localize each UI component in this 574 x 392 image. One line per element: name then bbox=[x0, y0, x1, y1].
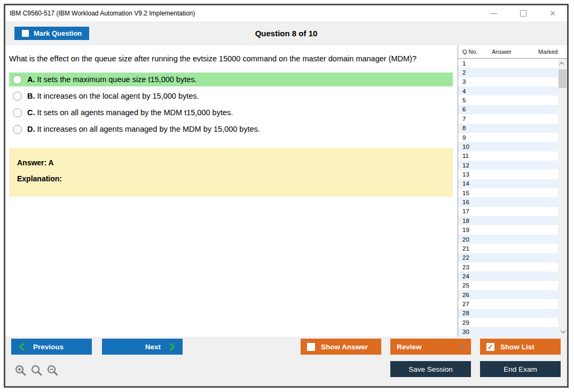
answer-option-b[interactable]: B. It increases on the local agent by 15… bbox=[9, 89, 453, 103]
show-answer-checkbox[interactable] bbox=[307, 343, 315, 351]
footer-bar: Previous Next Show bbox=[5, 337, 567, 386]
question-counter: Question 8 of 10 bbox=[5, 29, 567, 38]
minimize-icon[interactable] bbox=[488, 7, 500, 19]
option-label: C. It sets on all agents managed by the … bbox=[27, 108, 233, 117]
column-qno: Q No. bbox=[458, 49, 487, 55]
option-label: B. It increases on the local agent by 15… bbox=[27, 92, 199, 100]
question-list-row[interactable]: 3 bbox=[458, 77, 558, 86]
dropdown-up-icon bbox=[460, 345, 465, 348]
question-list-row[interactable]: 28 bbox=[458, 309, 558, 318]
review-button[interactable]: Review bbox=[390, 339, 471, 355]
question-list-row[interactable]: 6 bbox=[458, 105, 558, 114]
question-list-row[interactable]: 10 bbox=[458, 142, 558, 151]
show-list-checkbox[interactable]: ✓ bbox=[486, 343, 494, 351]
answer-option-d[interactable]: D. It increases on all agents managed by… bbox=[9, 122, 453, 136]
chevron-left-icon bbox=[19, 342, 28, 351]
radio-icon[interactable] bbox=[13, 92, 22, 101]
question-list-row[interactable]: 23 bbox=[458, 262, 558, 271]
toolbar: Mark Question Question 8 of 10 bbox=[5, 21, 567, 45]
question-list-row[interactable]: 20 bbox=[458, 235, 558, 244]
title-bar: IBM C9560-517 (IBM Workload Automation V… bbox=[5, 5, 567, 21]
question-list-row[interactable]: 30 bbox=[458, 327, 558, 336]
show-answer-button[interactable]: Show Answer bbox=[301, 339, 381, 355]
explanation-label: Explanation: bbox=[17, 174, 453, 183]
zoom-normal-icon[interactable] bbox=[30, 364, 43, 377]
question-text: What is the effect on the queue size aft… bbox=[9, 54, 453, 63]
check-icon: ✓ bbox=[487, 343, 493, 350]
question-list-row[interactable]: 11 bbox=[458, 151, 558, 161]
review-label: Review bbox=[397, 343, 422, 351]
window-title: IBM C9560-517 (IBM Workload Automation V… bbox=[10, 10, 195, 17]
question-list-row[interactable]: 29 bbox=[458, 318, 558, 327]
question-list-row[interactable]: 19 bbox=[458, 225, 558, 234]
exam-window: IBM C9560-517 (IBM Workload Automation V… bbox=[4, 4, 569, 388]
question-list-row[interactable]: 26 bbox=[458, 290, 558, 299]
question-list-row[interactable]: 21 bbox=[458, 244, 558, 253]
scroll-down-icon[interactable] bbox=[558, 327, 567, 335]
question-list-header: Q No. Answer Marked bbox=[458, 45, 567, 59]
answer-label: Answer: A bbox=[17, 158, 453, 167]
mark-question-checkbox[interactable] bbox=[22, 30, 29, 37]
mark-question-button[interactable]: Mark Question bbox=[14, 27, 89, 40]
question-list-row[interactable]: 1 bbox=[458, 59, 558, 68]
question-list-row[interactable]: 13 bbox=[458, 170, 558, 179]
zoom-out-icon[interactable] bbox=[46, 364, 59, 377]
question-list-row[interactable]: 2 bbox=[458, 68, 558, 77]
scrollbar[interactable] bbox=[558, 59, 567, 337]
question-list-row[interactable]: 7 bbox=[458, 114, 558, 123]
show-answer-label: Show Answer bbox=[321, 343, 368, 351]
question-list-row[interactable]: 16 bbox=[458, 197, 558, 206]
next-button[interactable]: Next bbox=[102, 339, 183, 355]
close-icon[interactable]: × bbox=[547, 7, 559, 19]
options: A. It sets the maximum queue size t15,00… bbox=[9, 73, 453, 136]
end-exam-button[interactable]: End Exam bbox=[480, 361, 561, 377]
question-list-row[interactable]: 15 bbox=[458, 188, 558, 197]
radio-icon[interactable] bbox=[13, 125, 22, 134]
question-list-row[interactable]: 12 bbox=[458, 161, 558, 170]
question-list-row[interactable]: 14 bbox=[458, 179, 558, 188]
scrollbar-thumb[interactable] bbox=[559, 69, 567, 88]
save-session-label: Save Session bbox=[408, 365, 453, 373]
option-label: D. It increases on all agents managed by… bbox=[27, 125, 260, 133]
save-session-button[interactable]: Save Session bbox=[390, 361, 471, 377]
answer-panel: Answer: A Explanation: bbox=[9, 148, 453, 197]
option-label: A. It sets the maximum queue size t15,00… bbox=[27, 75, 197, 84]
maximize-icon[interactable] bbox=[517, 7, 529, 19]
zoom-controls bbox=[14, 364, 59, 377]
column-answer: Answer bbox=[487, 49, 528, 55]
radio-icon[interactable] bbox=[13, 108, 22, 117]
question-list-body: 1234567891011121314151617181920212223242… bbox=[458, 59, 567, 337]
question-list-row[interactable]: 8 bbox=[458, 124, 558, 133]
question-list-row[interactable]: 5 bbox=[458, 95, 558, 105]
show-list-button[interactable]: ✓ Show List bbox=[480, 339, 561, 355]
question-list-row[interactable]: 18 bbox=[458, 216, 558, 225]
question-list-row[interactable]: 25 bbox=[458, 281, 558, 290]
chevron-right-icon bbox=[167, 342, 175, 351]
show-list-label: Show List bbox=[500, 343, 534, 351]
question-list-row[interactable]: 17 bbox=[458, 207, 558, 216]
radio-icon[interactable] bbox=[13, 75, 22, 84]
previous-button[interactable]: Previous bbox=[11, 339, 92, 355]
question-list-row[interactable]: 22 bbox=[458, 253, 558, 262]
answer-option-c[interactable]: C. It sets on all agents managed by the … bbox=[9, 106, 453, 119]
window-controls: × bbox=[488, 7, 559, 19]
question-list-row[interactable]: 9 bbox=[458, 133, 558, 142]
question-list-rows: 1234567891011121314151617181920212223242… bbox=[458, 59, 558, 337]
zoom-in-icon[interactable] bbox=[14, 364, 27, 377]
end-exam-label: End Exam bbox=[504, 365, 537, 373]
mark-question-label: Mark Question bbox=[34, 29, 82, 37]
answer-option-a[interactable]: A. It sets the maximum queue size t15,00… bbox=[9, 73, 453, 86]
next-label: Next bbox=[145, 343, 161, 351]
previous-label: Previous bbox=[33, 343, 64, 351]
content-area: What is the effect on the queue size aft… bbox=[5, 45, 567, 337]
scroll-up-icon[interactable] bbox=[558, 59, 567, 68]
column-marked: Marked bbox=[528, 49, 567, 55]
question-list-row[interactable]: 4 bbox=[458, 86, 558, 95]
question-list-row[interactable]: 24 bbox=[458, 271, 558, 281]
question-panel: What is the effect on the queue size aft… bbox=[5, 45, 458, 337]
question-list-sidebar: Q No. Answer Marked 12345678910111213141… bbox=[458, 45, 567, 337]
question-list-row[interactable]: 27 bbox=[458, 299, 558, 308]
